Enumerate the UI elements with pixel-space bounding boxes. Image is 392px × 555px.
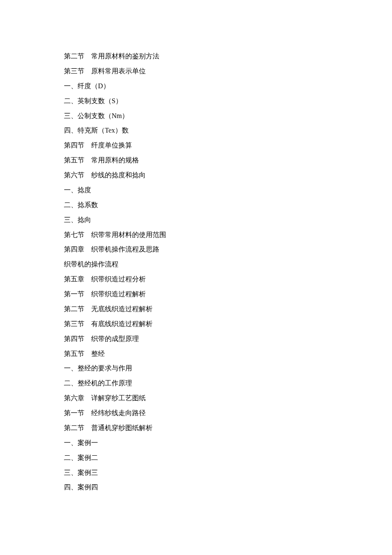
toc-entry: 第四章 织带机操作流程及思路 (64, 242, 328, 257)
toc-entry: 第三节 原料常用表示单位 (64, 64, 328, 79)
toc-entry: 第一节 经纬纱线走向路径 (64, 406, 328, 421)
toc-entry: 第六节 纱线的捻度和捻向 (64, 168, 328, 183)
toc-entry: 第五节 常用原料的规格 (64, 153, 328, 168)
toc-entry: 第二节 普通机穿纱图纸解析 (64, 421, 328, 436)
toc-entry: 一、纤度（D） (64, 79, 328, 94)
toc-entry: 第五章 织带织造过程分析 (64, 272, 328, 287)
toc-entry: 三、案例三 (64, 465, 328, 480)
toc-entry: 第四节 纤度单位换算 (64, 138, 328, 153)
toc-entry: 第一节 织带织造过程解析 (64, 287, 328, 302)
toc-entry: 二、整经机的工作原理 (64, 376, 328, 391)
toc-entry: 三、捻向 (64, 213, 328, 228)
toc-entry: 第二节 常用原材料的鉴别方法 (64, 49, 328, 64)
toc-entry: 第四节 织带的成型原理 (64, 332, 328, 347)
toc-entry: 二、案例二 (64, 451, 328, 465)
toc-entry: 一、案例一 (64, 436, 328, 451)
toc-entry: 第七节 织带常用材料的使用范围 (64, 228, 328, 243)
toc-entry: 第二节 无底线织造过程解析 (64, 302, 328, 317)
toc-entry: 二、英制支数（S） (64, 94, 328, 109)
toc-entry: 织带机的操作流程 (64, 257, 328, 272)
toc-entry: 三、公制支数（Nm） (64, 109, 328, 124)
toc-entry: 四、特克斯（Tex）数 (64, 123, 328, 138)
toc-entry: 一、捻度 (64, 183, 328, 198)
table-of-contents: 第二节 常用原材料的鉴别方法 第三节 原料常用表示单位 一、纤度（D） 二、英制… (64, 49, 328, 495)
toc-entry: 四、案例四 (64, 480, 328, 495)
toc-entry: 第五节 整经 (64, 347, 328, 361)
toc-entry: 第六章 详解穿纱工艺图纸 (64, 391, 328, 406)
toc-entry: 二、捻系数 (64, 198, 328, 213)
toc-entry: 一、整经的要求与作用 (64, 361, 328, 376)
toc-entry: 第三节 有底线织造过程解析 (64, 317, 328, 332)
